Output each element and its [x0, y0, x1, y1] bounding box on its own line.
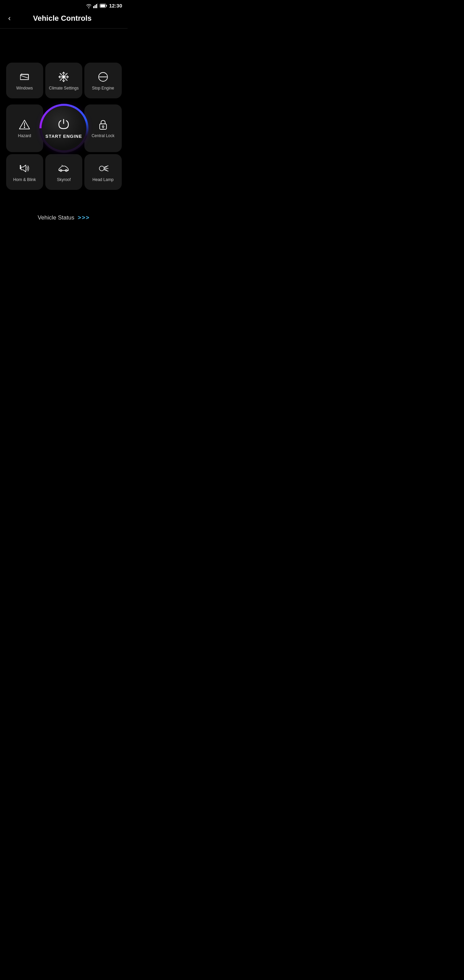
controls-container: Windows — [6, 63, 122, 194]
svg-rect-5 — [100, 5, 105, 7]
bottom-row: Horn & Blink Skyroof — [6, 154, 122, 194]
climate-label: Climate Settings — [49, 86, 79, 91]
vehicle-status-label: Vehicle Status — [38, 215, 75, 221]
battery-icon — [100, 4, 107, 8]
start-engine-label: START ENGINE — [46, 134, 82, 140]
central-lock-icon — [97, 118, 109, 130]
windows-button[interactable]: Windows — [6, 63, 43, 98]
svg-rect-2 — [96, 4, 97, 8]
horn-blink-icon — [18, 162, 30, 175]
stop-engine-button[interactable]: Stop Engine — [84, 63, 121, 98]
time-display: 12:30 — [109, 3, 122, 8]
header: ‹ Vehicle Controls — [0, 10, 127, 29]
vehicle-status-chevrons: >>> — [78, 215, 90, 221]
svg-rect-1 — [95, 5, 95, 8]
engine-btn-content: START ENGINE — [46, 118, 82, 140]
climate-icon — [57, 71, 70, 83]
hazard-icon — [18, 118, 30, 130]
central-lock-button[interactable]: Central Lock — [84, 105, 121, 152]
horn-blink-button[interactable]: Horn & Blink — [6, 154, 43, 190]
top-row: Windows — [6, 63, 122, 102]
main-content: Windows — [0, 29, 127, 235]
head-lamp-icon — [97, 162, 109, 175]
footer[interactable]: Vehicle Status >>> — [38, 215, 90, 228]
svg-point-29 — [20, 166, 21, 167]
back-button[interactable]: ‹ — [5, 13, 13, 24]
skyroof-label: Skyroof — [57, 177, 71, 182]
svg-point-30 — [20, 168, 21, 169]
status-icons — [86, 3, 107, 8]
power-icon — [56, 118, 71, 132]
svg-point-24 — [24, 127, 25, 127]
wifi-icon — [86, 3, 92, 8]
svg-rect-0 — [93, 6, 94, 8]
start-engine-button[interactable]: START ENGINE — [42, 106, 86, 150]
skyroof-icon — [57, 162, 70, 175]
head-lamp-button[interactable]: Head Lamp — [84, 154, 121, 190]
page-title: Vehicle Controls — [16, 14, 108, 23]
windows-icon — [18, 71, 30, 83]
hazard-label: Hazard — [18, 134, 31, 138]
windows-label: Windows — [16, 86, 33, 91]
signal-icon — [93, 3, 98, 8]
status-bar: 12:30 — [0, 0, 127, 10]
svg-rect-3 — [97, 3, 98, 8]
hazard-button[interactable]: Hazard — [6, 105, 43, 152]
horn-blink-label: Horn & Blink — [13, 177, 36, 182]
skyroof-button[interactable]: Skyroof — [45, 154, 82, 190]
center-row: Hazard Central Lock — [6, 105, 122, 152]
stop-engine-icon — [97, 71, 109, 83]
stop-engine-label: Stop Engine — [92, 86, 114, 91]
svg-point-28 — [20, 165, 21, 166]
climate-button[interactable]: Climate Settings — [45, 63, 82, 98]
svg-point-33 — [99, 166, 104, 171]
central-lock-label: Central Lock — [92, 134, 114, 138]
head-lamp-label: Head Lamp — [92, 177, 114, 182]
